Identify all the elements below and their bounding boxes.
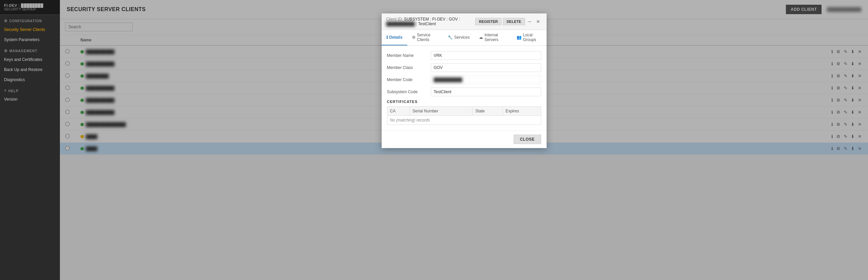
sidebar-item-keys-and-certificates[interactable]: Keys and Certificates	[0, 55, 60, 65]
member-class-group: Member Class GOV	[387, 63, 541, 72]
modal-header: Client ID: SUBSYSTEM : FI-DEV : GOV : ██…	[382, 13, 547, 30]
modal-footer: CLOSE	[382, 130, 547, 148]
member-code-label: Member Code	[387, 77, 431, 82]
tab-local-groups[interactable]: 👥 Local Groups	[512, 30, 547, 45]
register-button[interactable]: REGISTER	[475, 18, 501, 25]
sidebar-header: FI-DEV : ████████ SECURITY SERVER	[0, 0, 60, 15]
delete-button[interactable]: DELETE	[503, 18, 525, 25]
member-code-group: Member Code ██████████	[387, 75, 541, 84]
main-content: SECURITY SERVER CLIENTS ADD CLIENT █████…	[60, 0, 868, 280]
close-modal-button[interactable]: ✕	[534, 18, 542, 25]
modal-header-actions: REGISTER DELETE ─ ✕	[475, 18, 542, 25]
server-name: FI-DEV : ████████	[4, 3, 56, 7]
modal-overlay: Client ID: SUBSYSTEM : FI-DEV : GOV : ██…	[60, 0, 868, 280]
tab-service-clients[interactable]: ⚙ Service Clients	[407, 30, 443, 45]
client-id-label: Client ID:	[386, 17, 403, 22]
config-icon: ⚙	[4, 19, 8, 23]
member-code-value: ██████████	[431, 75, 541, 84]
certificates-section: CERTIFICATES CA Serial Number State Expi…	[387, 100, 541, 125]
tab-local-groups-label: Local Groups	[523, 33, 542, 42]
management-icon: ⚙	[4, 49, 8, 53]
no-records-row: No (matching) records	[387, 116, 541, 125]
help-icon: ?	[4, 89, 7, 93]
minimize-button[interactable]: ─	[526, 18, 533, 25]
member-name-label: Member Name	[387, 53, 431, 58]
client-id-blurred: ██████████	[386, 22, 415, 26]
sidebar: FI-DEV : ████████ SECURITY SERVER ⚙ CONF…	[0, 0, 60, 280]
cert-col-ca: CA	[387, 107, 410, 116]
client-id-suffix: : TestClient	[415, 22, 436, 26]
close-button[interactable]: CLOSE	[514, 135, 541, 144]
modal-tabs: ℹ Details ⚙ Service Clients 🔧 Services ☁…	[382, 30, 547, 46]
client-id-prefix: SUBSYSTEM : FI-DEV : GOV :	[404, 17, 460, 22]
member-class-label: Member Class	[387, 65, 431, 70]
sidebar-item-version[interactable]: Version	[0, 94, 60, 104]
management-section-label: ⚙ MANAGEMENT	[0, 45, 60, 55]
service-clients-icon: ⚙	[412, 35, 416, 40]
services-icon: 🔧	[447, 35, 453, 40]
certificates-title: CERTIFICATES	[387, 100, 541, 104]
server-sub: SECURITY SERVER	[4, 7, 56, 11]
local-groups-icon: 👥	[517, 35, 522, 40]
tab-details[interactable]: ℹ Details	[382, 30, 407, 45]
subsystem-code-value: TestClient	[431, 88, 541, 96]
member-class-value: GOV	[431, 63, 541, 72]
tab-internal-servers[interactable]: ☁ Internal Servers	[474, 30, 512, 45]
tab-services[interactable]: 🔧 Services	[443, 30, 474, 45]
sidebar-item-system-parameters[interactable]: System Parameters	[0, 35, 60, 45]
tab-internal-servers-label: Internal Servers	[484, 33, 507, 42]
cert-col-serial: Serial Number	[410, 107, 472, 116]
sidebar-item-diagnostics[interactable]: Diagnostics	[0, 75, 60, 85]
subsystem-code-label: Subsystem Code	[387, 90, 431, 94]
cert-col-expires: Expires	[502, 107, 541, 116]
tab-service-clients-label: Service Clients	[417, 33, 438, 42]
modal-body: Member Name VRK Member Class GOV Member …	[382, 46, 547, 130]
member-name-group: Member Name VRK	[387, 51, 541, 60]
member-name-value: VRK	[431, 51, 541, 60]
sidebar-item-security-server-clients[interactable]: Security Server Clients	[0, 25, 60, 35]
modal-client-id: Client ID: SUBSYSTEM : FI-DEV : GOV : ██…	[386, 17, 475, 26]
internal-servers-icon: ☁	[479, 35, 483, 40]
tab-services-label: Services	[454, 35, 469, 40]
help-section-label: ? HELP	[0, 85, 60, 94]
no-records-text: No (matching) records	[387, 116, 541, 125]
details-icon: ℹ	[386, 35, 388, 40]
cert-col-state: State	[472, 107, 503, 116]
sidebar-item-back-up-and-restore[interactable]: Back Up and Restore	[0, 65, 60, 75]
subsystem-code-group: Subsystem Code TestClient	[387, 88, 541, 96]
config-section-label: ⚙ CONFIGURATION	[0, 15, 60, 25]
tab-details-label: Details	[390, 35, 403, 40]
certificates-table: CA Serial Number State Expires No (match…	[387, 106, 541, 125]
client-details-modal: Client ID: SUBSYSTEM : FI-DEV : GOV : ██…	[382, 13, 547, 148]
